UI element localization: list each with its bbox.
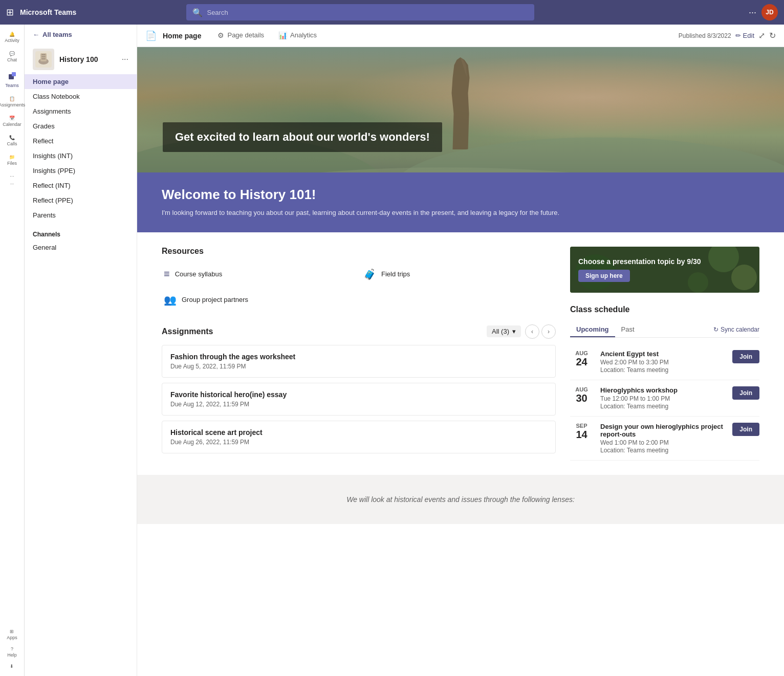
left-column: Resources ≡ Course syllabus 🧳 Field trip… [162, 247, 556, 461]
app-title: Microsoft Teams [20, 8, 76, 16]
nav-item-assignments[interactable]: Assignments [25, 104, 137, 119]
svg-rect-1 [12, 72, 16, 76]
schedule-tabs: Upcoming Past ↻ Sync calendar [570, 322, 759, 338]
footer-text: We will look at historical events and is… [162, 495, 759, 504]
team-more-icon[interactable]: ··· [122, 55, 128, 64]
search-bar[interactable]: 🔍 [186, 4, 534, 20]
sidebar-bottom: ⊞ Apps ? Help ⬇ [5, 626, 19, 672]
refresh-icon[interactable]: ↻ [769, 31, 776, 40]
syllabus-icon: ≡ [164, 268, 170, 280]
hero-overlay: Get excited to learn about our world's w… [163, 122, 442, 152]
schedule-tab-past[interactable]: Past [615, 322, 641, 337]
published-info: Published 8/3/2022 [679, 32, 731, 39]
join-button-2[interactable]: Join [732, 423, 759, 436]
schedule-info-1: Hieroglyphics workshop Tue 12:00 PM to 1… [600, 386, 725, 410]
nav-item-insights-ppe[interactable]: Insights (PPE) [25, 163, 137, 178]
schedule-item-2: SEP 14 Design your own hieroglyphics pro… [570, 417, 759, 461]
nav-item-insights-int[interactable]: Insights (INT) [25, 148, 137, 163]
apps-icon: ⊞ [10, 629, 14, 634]
nav-item-reflect-ppe[interactable]: Reflect (PPE) [25, 193, 137, 208]
schedule-title: Class schedule [570, 305, 759, 314]
welcome-subtitle: I'm looking forward to teaching you abou… [162, 208, 759, 218]
more-icon: ⋯ [10, 174, 14, 179]
team-header: History 100 ··· [25, 45, 137, 74]
nav-item-parents[interactable]: Parents [25, 208, 137, 223]
nav-item-classnotebook[interactable]: Class Notebook [25, 89, 137, 104]
content-tabs: 📄 Home page ⚙ Page details 📊 Analytics P… [137, 25, 784, 47]
sync-calendar-button[interactable]: ↻ Sync calendar [713, 326, 759, 333]
hero-section: Get excited to learn about our world's w… [137, 47, 784, 172]
search-icon: 🔍 [192, 8, 203, 17]
nav-item-general[interactable]: General [25, 240, 137, 255]
chat-icon: 💬 [9, 51, 15, 56]
schedule-info-0: Ancient Egypt test Wed 2:00 PM to 3:30 P… [600, 350, 725, 374]
join-button-1[interactable]: Join [732, 386, 759, 400]
icon-sidebar: 🔔 Activity 💬 Chat Teams 📋 Assignments 📅 … [0, 25, 25, 676]
tab-page-details[interactable]: ⚙ Page details [211, 25, 270, 47]
nav-item-reflect-int[interactable]: Reflect (INT) [25, 178, 137, 193]
sidebar-item-download[interactable]: ⬇ [5, 661, 19, 672]
group-icon: 👥 [164, 294, 177, 306]
resources-grid: ≡ Course syllabus 🧳 Field trips 👥 Group … [162, 264, 556, 310]
resource-group-partners[interactable]: 👥 Group project partners [162, 290, 356, 310]
schedule-tab-upcoming[interactable]: Upcoming [570, 322, 615, 337]
nav-item-grades[interactable]: Grades [25, 119, 137, 134]
sidebar-item-teams[interactable]: Teams [0, 68, 24, 91]
schedule-date-2: SEP 14 [570, 423, 593, 440]
tab-actions: Published 8/3/2022 ✏ Edit ⤢ ↻ [679, 31, 776, 40]
sidebar-item-calls[interactable]: 📞 Calls [0, 132, 24, 149]
svg-rect-5 [41, 54, 46, 55]
sidebar-item-files[interactable]: 📁 Files [0, 151, 24, 169]
page-icon: 📄 [145, 30, 157, 41]
help-icon: ? [11, 646, 13, 651]
sidebar-item-chat[interactable]: 💬 Chat [0, 48, 24, 66]
page-title: Home page [163, 32, 201, 40]
promo-text: Choose a presentation topic by 9/30 [578, 257, 751, 266]
assignments-section-title: Assignments [162, 327, 213, 336]
assignment-card-2[interactable]: Historical scene art project Due Aug 26,… [162, 421, 556, 453]
tab-analytics[interactable]: 📊 Analytics [272, 25, 323, 47]
resource-field-trips[interactable]: 🧳 Field trips [361, 264, 556, 285]
schedule-date-1: AUG 30 [570, 386, 593, 404]
sidebar-item-activity[interactable]: 🔔 Activity [0, 29, 24, 46]
sidebar-item-apps[interactable]: ⊞ Apps [5, 626, 19, 643]
nav-item-reflect[interactable]: Reflect [25, 134, 137, 148]
back-to-all-teams[interactable]: ← All teams [25, 25, 137, 45]
nav-item-homepage[interactable]: Home page [25, 74, 137, 89]
schedule-item-0: AUG 24 Ancient Egypt test Wed 2:00 PM to… [570, 344, 759, 380]
grid-icon[interactable]: ⊞ [6, 7, 14, 18]
resource-course-syllabus[interactable]: ≡ Course syllabus [162, 264, 356, 285]
assignments-icon: 📋 [9, 96, 15, 101]
edit-icon: ✏ [735, 32, 741, 39]
avatar[interactable]: JD [761, 4, 778, 20]
sidebar-item-more[interactable]: ⋯ ... [0, 171, 24, 188]
schedule-item-1: AUG 30 Hieroglyphics workshop Tue 12:00 … [570, 380, 759, 417]
join-button-0[interactable]: Join [732, 350, 759, 363]
expand-icon[interactable]: ⤢ [758, 31, 765, 40]
sidebar-item-calendar[interactable]: 📅 Calendar [0, 113, 24, 130]
teams-icon [7, 71, 17, 82]
resources-title: Resources [162, 247, 556, 256]
sidebar-item-help[interactable]: ? Help [5, 643, 19, 661]
analytics-icon: 📊 [278, 31, 287, 39]
team-name: History 100 [59, 55, 98, 63]
dropdown-icon: ▾ [512, 328, 516, 335]
assignment-card-1[interactable]: Favorite historical hero(ine) essay Due … [162, 383, 556, 416]
main-content: 📄 Home page ⚙ Page details 📊 Analytics P… [137, 25, 784, 676]
sync-icon: ↻ [713, 326, 718, 333]
assignments-filter[interactable]: All (3) ▾ [487, 325, 521, 337]
svg-rect-6 [41, 56, 46, 57]
edit-button[interactable]: ✏ Edit [735, 32, 754, 39]
welcome-title: Welcome to History 101! [162, 187, 759, 203]
welcome-banner: Welcome to History 101! I'm looking forw… [137, 172, 784, 232]
assignment-card-0[interactable]: Fashion through the ages worksheet Due A… [162, 345, 556, 378]
promo-button[interactable]: Sign up here [578, 270, 630, 282]
sidebar-item-assignments[interactable]: 📋 Assignments [0, 93, 24, 111]
calls-icon: 📞 [9, 135, 15, 140]
svg-point-11 [394, 137, 784, 172]
more-options-icon[interactable]: ··· [749, 7, 756, 18]
right-column: Choose a presentation topic by 9/30 Sign… [570, 247, 759, 461]
prev-arrow[interactable]: ‹ [525, 324, 539, 339]
search-input[interactable] [207, 9, 528, 16]
next-arrow[interactable]: › [541, 324, 556, 339]
